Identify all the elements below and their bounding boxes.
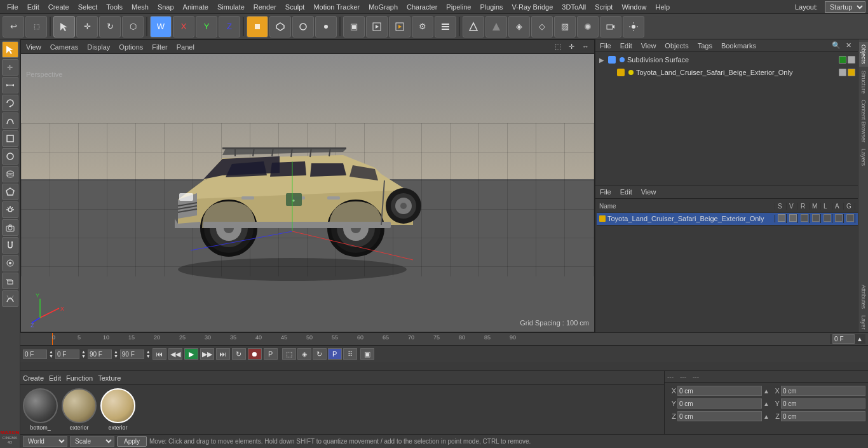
menu-mograph[interactable]: MoGraph xyxy=(364,2,402,12)
end-down-arrow[interactable]: ▼ xyxy=(114,354,118,358)
viewport[interactable]: View Cameras Display Options Filter Pane… xyxy=(20,39,595,332)
polygon-tool-button[interactable] xyxy=(2,184,18,200)
light-tool-button[interactable] xyxy=(2,201,18,218)
render-to-po-button[interactable] xyxy=(389,16,410,37)
menu-simulate[interactable]: Simulate xyxy=(213,2,249,12)
attr-menu-view[interactable]: View xyxy=(639,187,658,196)
vtab-content-browser[interactable]: Content Browser xyxy=(859,97,868,145)
menu-plugins[interactable]: Plugins xyxy=(475,2,507,12)
timeline-ruler[interactable]: 0 5 10 15 20 25 30 35 40 45 50 55 60 65 … xyxy=(20,333,868,346)
record-button[interactable]: ⏺ xyxy=(248,348,262,360)
menu-pipeline[interactable]: Pipeline xyxy=(442,2,475,12)
poly-mode-button[interactable] xyxy=(269,16,291,37)
tl-extra-4[interactable]: P xyxy=(328,348,342,360)
last-frame-button[interactable]: ⏭ xyxy=(216,348,230,360)
shading-5-button[interactable]: ▨ xyxy=(554,16,576,37)
vp-icon-2[interactable]: ✛ xyxy=(566,42,577,51)
shading-2-button[interactable] xyxy=(485,16,507,37)
rot-y-input[interactable] xyxy=(781,398,865,409)
menu-vray[interactable]: V-Ray Bridge xyxy=(508,2,558,12)
vp-menu-display[interactable]: Display xyxy=(85,43,112,51)
vtab-attributes[interactable]: Attributes xyxy=(859,282,868,311)
magnet-tool-button[interactable] xyxy=(2,237,18,254)
obj-close[interactable]: ✕ xyxy=(844,41,853,50)
mat-thumb-exterior2[interactable] xyxy=(100,388,135,423)
obj-menu-objects[interactable]: Objects xyxy=(663,41,690,50)
frame-arrow-up[interactable]: ▲ xyxy=(857,336,863,343)
cylinder-tool-button[interactable] xyxy=(2,166,18,182)
pos-y-arrow[interactable]: ▲ xyxy=(763,400,770,407)
menu-motion-tracker[interactable]: Motion Tracker xyxy=(309,2,364,12)
vp-menu-options[interactable]: Options xyxy=(116,43,146,51)
world-select[interactable]: World xyxy=(23,436,67,447)
tl-extra-6[interactable]: ▣ xyxy=(360,348,374,360)
mat-menu-create[interactable]: Create xyxy=(23,374,44,382)
rot-x-input[interactable] xyxy=(781,386,865,396)
axis-x-button[interactable]: X xyxy=(173,16,194,37)
mat-thumb-bottom[interactable] xyxy=(23,388,58,423)
menu-animate[interactable]: Animate xyxy=(179,2,213,12)
move-tool-button[interactable]: ✛ xyxy=(2,59,18,76)
redo-button[interactable]: ⬚ xyxy=(25,16,47,37)
menu-script[interactable]: Script xyxy=(590,2,617,12)
vp-menu-view[interactable]: View xyxy=(24,43,44,51)
attr-row-toyota[interactable]: Toyota_Land_Cruiser_Safari_Beige_Exterio… xyxy=(597,213,867,226)
menu-snap[interactable]: Snap xyxy=(153,2,179,12)
menu-edit[interactable]: Edit xyxy=(23,2,44,12)
menu-mesh[interactable]: Mesh xyxy=(127,2,153,12)
menu-sculpt[interactable]: Sculpt xyxy=(281,2,309,12)
rot-z-input[interactable] xyxy=(781,411,865,421)
tl-extra-1[interactable]: ⬚ xyxy=(282,348,296,360)
vp-menu-filter[interactable]: Filter xyxy=(149,43,170,51)
attr-menu-edit[interactable]: Edit xyxy=(618,187,634,196)
rotate-mode-button[interactable]: ↻ xyxy=(99,16,121,37)
smooth-shift-button[interactable] xyxy=(2,255,18,271)
undo-button[interactable]: ↩ xyxy=(3,16,24,37)
play-button[interactable]: ▶ xyxy=(184,348,198,360)
obj-row-toyota[interactable]: Toyota_Land_Cruiser_Safari_Beige_Exterio… xyxy=(597,66,867,79)
axis-all-button[interactable]: W xyxy=(150,16,172,37)
menu-select[interactable]: Select xyxy=(74,2,102,12)
attr-r-icon[interactable] xyxy=(801,214,808,222)
mat-menu-edit[interactable]: Edit xyxy=(49,374,61,382)
obj-expand-icon[interactable]: ▶ xyxy=(599,57,606,64)
menu-render[interactable]: Render xyxy=(249,2,281,12)
mat-menu-texture[interactable]: Texture xyxy=(98,374,121,382)
attr-s-icon[interactable] xyxy=(778,214,785,222)
sphere-tool-button[interactable] xyxy=(2,148,18,165)
prev-frame-button[interactable]: ◀◀ xyxy=(168,348,182,360)
object-mode-button[interactable] xyxy=(247,16,268,37)
pos-x-arrow[interactable]: ▲ xyxy=(763,388,770,395)
obj-visible-icon-2[interactable] xyxy=(839,69,846,76)
mat-menu-function[interactable]: Function xyxy=(66,374,93,382)
mat-thumb-exterior1[interactable] xyxy=(62,388,97,423)
obj-menu-view[interactable]: View xyxy=(639,41,658,50)
pos-x-input[interactable] xyxy=(677,386,762,396)
start-down-arrow[interactable]: ▼ xyxy=(49,354,53,358)
first-frame-button[interactable]: ⏮ xyxy=(153,348,166,360)
extrude-button[interactable] xyxy=(2,273,18,289)
render-region-button[interactable]: ▣ xyxy=(343,16,365,37)
end-up-arrow[interactable]: ▲ xyxy=(114,350,118,354)
spline-tool-button[interactable] xyxy=(2,112,18,129)
tl-extra-3[interactable]: ↻ xyxy=(313,348,327,360)
pos-z-input[interactable] xyxy=(677,411,762,421)
box-tool-button[interactable] xyxy=(2,130,18,147)
axis-z-button[interactable]: Z xyxy=(219,16,240,37)
start-frame-input[interactable] xyxy=(23,350,47,359)
vp-icon-1[interactable]: ⬚ xyxy=(552,42,564,51)
camera-tool-button[interactable] xyxy=(2,219,18,236)
menu-3dtoall[interactable]: 3DToAll xyxy=(557,2,590,12)
vtab-structure[interactable]: Structure xyxy=(859,68,868,97)
obj-render-icon[interactable] xyxy=(848,56,855,64)
obj-menu-file[interactable]: File xyxy=(598,41,613,50)
frame-input[interactable] xyxy=(832,334,855,344)
attr-g-icon[interactable] xyxy=(846,214,854,222)
obj-visible-icon[interactable] xyxy=(839,56,846,64)
shading-1-button[interactable] xyxy=(463,16,484,37)
render-settings-button[interactable]: ⚙ xyxy=(412,16,433,37)
vtab-layers[interactable]: Layers xyxy=(859,146,868,168)
mat-item-bottom[interactable]: bottom_ xyxy=(23,388,58,431)
shading-4-button[interactable]: ◇ xyxy=(531,16,553,37)
obj-render-icon-2[interactable] xyxy=(848,69,855,76)
